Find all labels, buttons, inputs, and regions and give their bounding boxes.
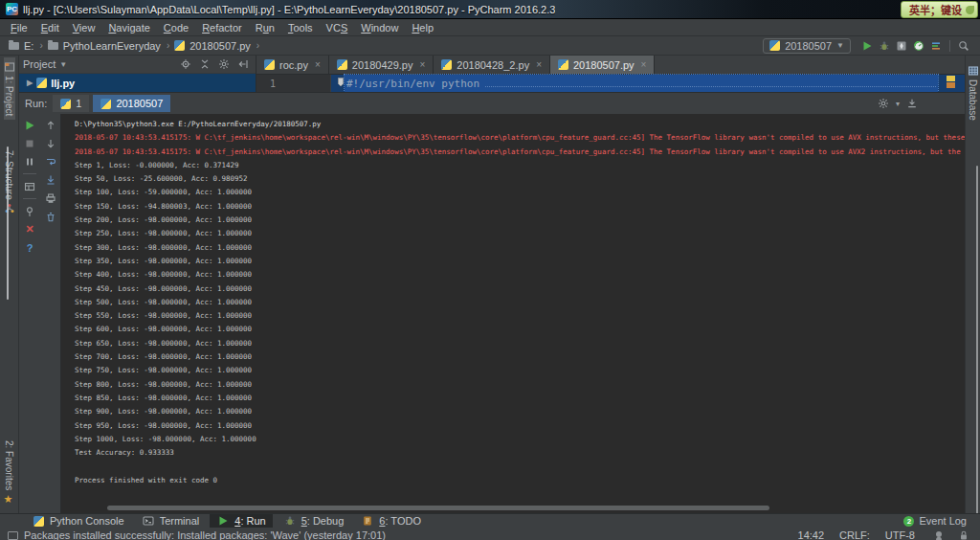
left-tool-strip: 1: Project7: Structure 2: Favorites★ (0, 56, 19, 513)
down-stack-icon[interactable] (42, 134, 59, 152)
file-encoding[interactable]: UTF-8 (885, 529, 915, 540)
menu-tools[interactable]: Tools (281, 21, 320, 34)
menu-file[interactable]: File (4, 21, 34, 34)
dock-icon[interactable] (903, 96, 921, 111)
console-line: Step 150, Loss: -94.800003, Acc: 1.00000… (75, 200, 965, 214)
console-line: Step 500, Loss: -98.000000, Acc: 1.00000… (75, 296, 965, 309)
print-icon[interactable] (42, 189, 59, 207)
whitespace-dots (485, 79, 936, 87)
profiler-icon[interactable] (910, 38, 927, 54)
console-vertical-scrollbar[interactable] (976, 166, 978, 540)
close-tab-icon[interactable]: × (315, 59, 321, 70)
debug-icon[interactable] (876, 38, 893, 54)
chevron-down-icon[interactable]: ▼ (59, 60, 67, 69)
menu-help[interactable]: Help (405, 21, 440, 34)
close-tab-icon[interactable]: × (419, 59, 425, 70)
coverage-icon[interactable] (893, 38, 910, 54)
hector-icon[interactable] (930, 528, 947, 540)
lock-icon[interactable] (955, 528, 972, 540)
menu-edit[interactable]: Edit (34, 21, 66, 34)
project-panel-header: Project ▼ (19, 56, 256, 74)
console-line: D:\Python35\python3.exe E:/PythoLearnEve… (75, 118, 965, 131)
search-icon[interactable] (955, 38, 972, 54)
menu-view[interactable]: View (66, 21, 102, 34)
tool-window-button-favorites[interactable]: 2: Favorites★ (3, 437, 15, 509)
up-stack-icon[interactable] (42, 116, 59, 134)
pycharm-logo-icon: PC (6, 3, 18, 15)
tool-window-button-6-todo[interactable]: 6: TODO (354, 514, 428, 529)
status-message-icon (8, 531, 18, 540)
editor-tab-20180507-py[interactable]: 20180507.py× (550, 56, 655, 74)
tool-window-button-4-run[interactable]: 4: Run (210, 514, 272, 529)
caret-position[interactable]: 14:42 (798, 529, 825, 540)
restore-layout-icon[interactable] (21, 177, 38, 195)
horizontal-scrollbar[interactable] (107, 506, 769, 510)
tool-window-button-terminal[interactable]: Terminal (135, 514, 207, 529)
python-icon (32, 513, 45, 529)
event-log-button[interactable]: 2 Event Log (903, 515, 967, 527)
project-panel-title[interactable]: Project (23, 58, 56, 70)
run-tab-1[interactable]: 1 (53, 95, 89, 112)
hide-icon[interactable] (234, 56, 252, 72)
editor-tab-20180429-py[interactable]: 20180429.py× (329, 56, 434, 74)
scroll-end-icon[interactable] (42, 170, 59, 189)
run-tab-20180507[interactable]: 20180507 (93, 95, 170, 112)
pause-icon[interactable] (21, 152, 38, 170)
console-output[interactable]: D:\Python35\python3.exe E:/PythoLearnEve… (61, 114, 965, 513)
console-line: Step 550, Loss: -98.000000, Acc: 1.00000… (75, 309, 965, 323)
ime-status-panel[interactable]: 英半；键设 (901, 1, 978, 18)
console-line: 2018-05-07 10:43:53.415175: W C:\tf_jenk… (75, 131, 965, 145)
tool-window-button-database[interactable]: Database (968, 61, 979, 124)
run-toolbar: ✕? (19, 114, 40, 513)
project-tree-item-lljpy[interactable]: ▶ llj.py (19, 74, 256, 92)
configs-icon[interactable] (927, 38, 945, 54)
editor-tab-20180428_2-py[interactable]: 20180428_2.py× (434, 56, 550, 74)
locate-icon[interactable] (177, 56, 194, 72)
help-icon[interactable]: ? (21, 238, 38, 257)
stop-icon[interactable] (21, 134, 38, 152)
menu-refactor[interactable]: Refactor (195, 21, 249, 34)
folder-icon (8, 38, 20, 54)
python-file-icon (558, 59, 568, 70)
gear-icon[interactable] (215, 56, 233, 72)
collapse-all-icon[interactable] (196, 56, 213, 72)
close-icon[interactable]: ✕ (21, 220, 38, 238)
rerun-icon[interactable] (21, 116, 38, 134)
editor-line-1[interactable]: 1 #!/usr/bin/env python (256, 75, 965, 92)
breadcrumb[interactable]: PythoLearnEveryday (47, 38, 161, 54)
editor-gutter: 1 (256, 75, 331, 92)
breadcrumb[interactable]: E: (8, 38, 33, 54)
clear-icon[interactable] (42, 207, 59, 225)
status-bar: Packages installed successfully: Install… (0, 528, 980, 540)
close-tab-icon[interactable]: × (536, 59, 542, 70)
pyfile-icon (173, 38, 186, 54)
menu-vcs[interactable]: VCS (320, 21, 355, 34)
pin-icon[interactable] (21, 202, 38, 220)
expand-arrow-icon[interactable]: ▶ (27, 79, 33, 87)
gear-icon[interactable] (875, 96, 892, 111)
run-config-selector[interactable]: 20180507 ▼ (763, 38, 851, 54)
console-line: Step 800, Loss: -98.000000, Acc: 1.00000… (75, 378, 965, 392)
line-ending[interactable]: CRLF: (839, 529, 870, 540)
menu-run[interactable]: Run (249, 21, 281, 34)
scrollbar-warning-mark[interactable] (947, 82, 955, 88)
tool-window-button-5-debug[interactable]: 5: Debug (277, 514, 351, 529)
menu-window[interactable]: Window (354, 21, 405, 34)
editor-tab-roc-py[interactable]: roc.py× (256, 56, 329, 74)
breadcrumb[interactable]: 20180507.py (173, 38, 251, 54)
run-panel-header: Run: 120180507 ▾ (19, 93, 965, 114)
status-message[interactable]: Packages installed successfully: Install… (24, 529, 386, 540)
close-tab-icon[interactable]: × (641, 59, 647, 70)
breadcrumb-separator: › (39, 40, 42, 51)
soft-wrap-icon[interactable] (42, 152, 59, 170)
tool-window-button-python-console[interactable]: Python Console (25, 514, 131, 529)
toolbar-divider (23, 198, 36, 199)
menu-navigate[interactable]: Navigate (101, 21, 156, 34)
menu-code[interactable]: Code (157, 21, 195, 34)
run-icon[interactable] (858, 38, 876, 54)
tool-window-button-structure[interactable]: 7: Structure (4, 146, 15, 218)
scrollbar-warning-mark[interactable] (947, 76, 955, 81)
title-bar: PC llj.py - [C:\Users\Sulayman\AppData\L… (0, 0, 980, 19)
tool-window-button-project[interactable]: 1: Project (4, 57, 15, 120)
console-line: Step 300, Loss: -98.000000, Acc: 1.00000… (75, 241, 965, 255)
